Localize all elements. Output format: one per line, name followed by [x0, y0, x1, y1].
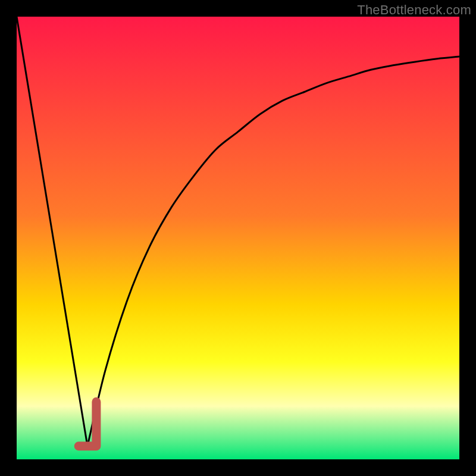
chart-svg — [17, 17, 459, 459]
watermark-text: TheBottleneck.com — [357, 2, 471, 18]
chart-plot-area — [17, 17, 459, 459]
chart-frame: TheBottleneck.com — [0, 0, 476, 476]
chart-background — [17, 17, 459, 459]
